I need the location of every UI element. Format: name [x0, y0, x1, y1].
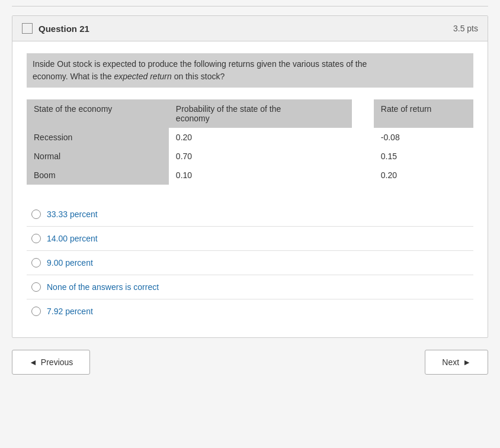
question-text-line2: economy. What is the expected return on …: [33, 72, 225, 81]
col2-header: Probability of the state of the economy: [169, 99, 352, 128]
answer-option-opt3[interactable]: 9.00 percent: [27, 251, 473, 275]
prev-arrow-icon: ◄: [29, 357, 37, 367]
table-row: Normal 0.70 0.15: [27, 147, 473, 166]
probability-cell: 0.20: [169, 128, 352, 147]
answer-option-opt5[interactable]: 7.92 percent: [27, 299, 473, 323]
question-text-line1: Inside Out stock is expected to produce …: [33, 59, 367, 69]
state-cell: Recession: [27, 128, 169, 147]
page-container: Question 21 3.5 pts Inside Out stock is …: [0, 0, 500, 448]
answer-label-opt2: 14.00 percent: [47, 234, 98, 243]
rate-cell: 0.15: [374, 147, 473, 166]
rate-cell: -0.08: [374, 128, 473, 147]
table-row: Boom 0.10 0.20: [27, 166, 473, 185]
col1-header: State of the economy: [27, 99, 169, 128]
bookmark-icon[interactable]: [22, 23, 33, 34]
nav-footer: ◄ Previous Next ►: [12, 338, 488, 381]
answer-options: 33.33 percent 14.00 percent 9.00 percent…: [27, 202, 473, 323]
probability-cell: 0.70: [169, 147, 352, 166]
answer-label-opt4: None of the answers is correct: [47, 282, 159, 292]
answer-option-opt4[interactable]: None of the answers is correct: [27, 275, 473, 299]
question-header-left: Question 21: [22, 23, 89, 34]
previous-label: Previous: [41, 357, 73, 367]
question-text: Inside Out stock is expected to produce …: [27, 53, 473, 88]
rate-cell: 0.20: [374, 166, 473, 185]
state-cell: Boom: [27, 166, 169, 185]
radio-opt1[interactable]: [31, 210, 41, 219]
answer-label-opt5: 7.92 percent: [47, 307, 93, 316]
question-title: Question 21: [39, 24, 89, 34]
top-border: [12, 6, 488, 7]
answer-option-opt1[interactable]: 33.33 percent: [27, 202, 473, 227]
answer-label-opt3: 9.00 percent: [47, 258, 93, 267]
col3-header: Rate of return: [374, 99, 473, 128]
question-header: Question 21 3.5 pts: [12, 16, 488, 41]
radio-opt2[interactable]: [31, 234, 41, 243]
answer-label-opt1: 33.33 percent: [47, 210, 98, 219]
question-body: Inside Out stock is expected to produce …: [12, 41, 488, 337]
answer-option-opt2[interactable]: 14.00 percent: [27, 227, 473, 251]
radio-opt5[interactable]: [31, 307, 41, 316]
radio-opt4[interactable]: [31, 282, 41, 292]
next-label: Next: [442, 357, 459, 367]
data-table: State of the economy Probability of the …: [27, 99, 473, 185]
question-card: Question 21 3.5 pts Inside Out stock is …: [12, 15, 488, 338]
previous-button[interactable]: ◄ Previous: [12, 350, 90, 375]
probability-cell: 0.10: [169, 166, 352, 185]
state-cell: Normal: [27, 147, 169, 166]
radio-opt3[interactable]: [31, 258, 41, 267]
question-points: 3.5 pts: [453, 24, 478, 33]
next-arrow-icon: ►: [463, 357, 471, 367]
table-row: Recession 0.20 -0.08: [27, 128, 473, 147]
next-button[interactable]: Next ►: [425, 350, 488, 375]
